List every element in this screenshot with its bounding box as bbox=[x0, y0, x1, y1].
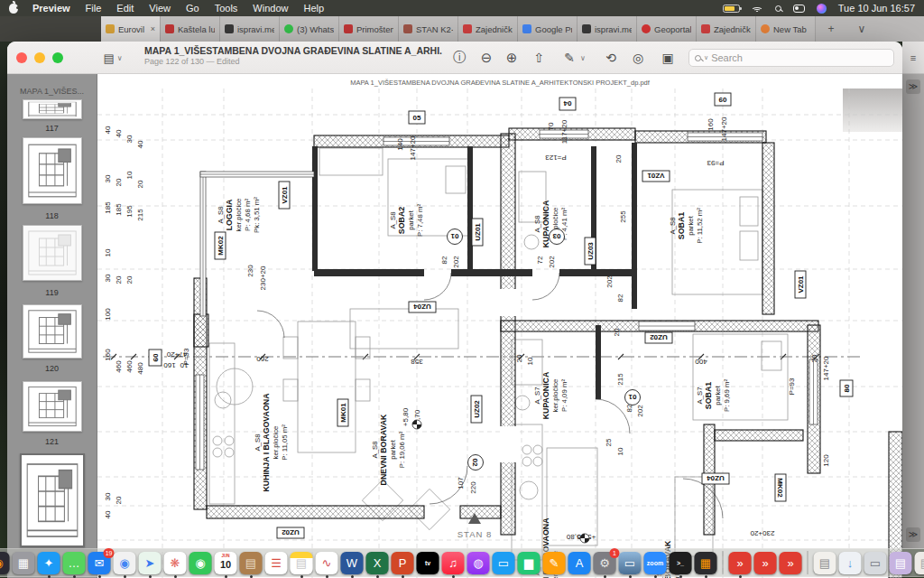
dock-folder-downloads-icon[interactable]: ↓ bbox=[839, 552, 862, 574]
browser-tab[interactable]: (3) Whats/ bbox=[280, 16, 339, 42]
dock-brown-app-icon[interactable]: ▤ bbox=[240, 552, 263, 574]
zoom-in-button[interactable]: ⊕ bbox=[502, 47, 522, 69]
highlight-button[interactable]: ◎ bbox=[628, 47, 648, 69]
markup-button[interactable]: ✎ bbox=[559, 47, 579, 69]
dock-mail-icon[interactable]: ✉19 bbox=[88, 552, 111, 574]
dimension-text: +5,80 bbox=[402, 407, 410, 426]
dock-apple-tv-icon[interactable]: tv bbox=[417, 552, 439, 574]
menu-preview[interactable]: Preview bbox=[32, 3, 70, 14]
menu-edit[interactable]: Edit bbox=[116, 3, 134, 14]
apple-menu-icon[interactable] bbox=[9, 4, 18, 14]
dock-launchpad-icon[interactable]: ▦ bbox=[13, 552, 35, 574]
control-center-icon[interactable] bbox=[793, 5, 805, 13]
close-window-button[interactable] bbox=[16, 52, 27, 63]
page-thumbnail-118[interactable] bbox=[23, 137, 82, 204]
rotate-button[interactable]: ⟲ bbox=[601, 47, 621, 69]
battery-icon[interactable] bbox=[723, 5, 740, 13]
dock-red-arrow-app-3-icon[interactable]: » bbox=[780, 552, 802, 574]
siri-icon[interactable] bbox=[817, 4, 827, 14]
dock-excel-icon[interactable]: X bbox=[366, 552, 389, 574]
menu-view[interactable]: View bbox=[149, 3, 171, 14]
open-indicator-dot bbox=[250, 575, 253, 578]
dock-chrome-icon[interactable]: ◉ bbox=[114, 552, 136, 574]
menu-go[interactable]: Go bbox=[186, 3, 199, 14]
tag-text: UZ04 bbox=[707, 474, 725, 482]
page-thumbnail-122[interactable] bbox=[20, 453, 85, 547]
menu-help[interactable]: Help bbox=[303, 3, 324, 14]
sidebar-toggle-button[interactable]: ▤∨ bbox=[99, 47, 126, 69]
form-fill-button[interactable]: ▣ bbox=[657, 47, 679, 69]
dock-desktop-preview-icon[interactable]: ▭ bbox=[619, 552, 642, 574]
dock-zoom-icon[interactable]: zoom bbox=[644, 552, 667, 574]
dock-calendar-icon[interactable]: JUN10 bbox=[215, 552, 237, 574]
browser-tab[interactable]: Google Pr bbox=[518, 16, 578, 42]
browser-tab[interactable]: Zajednički bbox=[458, 16, 518, 42]
menu-file[interactable]: File bbox=[86, 3, 102, 14]
dock-messages-icon[interactable]: … bbox=[63, 552, 86, 574]
dock-red-arrow-app-2-icon[interactable]: » bbox=[754, 552, 777, 574]
minimize-window-button[interactable] bbox=[34, 52, 45, 63]
dock-word-icon[interactable]: W bbox=[341, 552, 364, 574]
open-indicator-dot bbox=[124, 575, 126, 578]
dock-powerpoint-icon[interactable]: P bbox=[392, 552, 414, 574]
page-thumbnail-117[interactable] bbox=[23, 99, 82, 119]
hamburger-icon[interactable]: ≡ bbox=[902, 42, 924, 74]
browser-tab[interactable]: Primošten bbox=[339, 16, 399, 42]
dimension-text: 230+20 bbox=[259, 266, 267, 290]
dock-music-icon[interactable]: ♫ bbox=[442, 552, 465, 574]
dock-red-arrow-app-1-icon[interactable]: » bbox=[729, 552, 752, 574]
page-thumbnail-121[interactable] bbox=[23, 381, 82, 432]
dock-podcasts-icon[interactable]: ◍ bbox=[467, 552, 490, 574]
search-input[interactable]: ∨ Search bbox=[688, 49, 894, 67]
markup-chevron-icon[interactable]: ∨ bbox=[578, 47, 588, 69]
dock-calculator-icon[interactable]: ▦ bbox=[695, 552, 717, 574]
tab-overflow-button[interactable]: ∨ bbox=[846, 16, 877, 42]
dock-photos-icon[interactable]: ❋ bbox=[164, 552, 187, 574]
dock-app-store-icon[interactable]: A bbox=[568, 552, 591, 574]
dock-printer-doc-icon[interactable]: ▤ bbox=[814, 552, 836, 574]
browser-tab[interactable]: ispravi.me bbox=[578, 16, 637, 42]
page-thumbnail-119[interactable] bbox=[23, 225, 82, 281]
menu-window[interactable]: Window bbox=[253, 3, 288, 14]
dock-safari-icon[interactable]: ✦ bbox=[38, 552, 60, 574]
element-tag-uz04: UZ04 bbox=[702, 473, 729, 484]
zoom-out-button[interactable]: ⊖ bbox=[476, 47, 496, 69]
dock-purple-stack-icon[interactable]: ▤ bbox=[890, 552, 912, 574]
dock-facetime-icon[interactable]: ◉ bbox=[189, 552, 212, 574]
browser-tab[interactable]: New Tab bbox=[756, 16, 816, 42]
dock-settings-icon[interactable]: ⚙1 bbox=[594, 552, 616, 574]
furniture-outline bbox=[515, 396, 530, 410]
search-icon[interactable] bbox=[775, 5, 781, 12]
browser-tab[interactable]: Geoportal bbox=[637, 16, 697, 42]
dock-stocks-chart-icon[interactable]: ∿ bbox=[316, 552, 338, 574]
tab-close-icon[interactable]: × bbox=[151, 24, 155, 33]
dock-file-stack-icon[interactable]: ▤ bbox=[915, 552, 924, 574]
browser-tab[interactable]: Kaštela lu bbox=[161, 16, 220, 42]
furniture-outline bbox=[298, 322, 356, 452]
dock-numbers-icon[interactable]: ▆ bbox=[518, 552, 541, 574]
dock-firefox-icon[interactable]: ◉ bbox=[0, 552, 10, 574]
menu-tools[interactable]: Tools bbox=[215, 3, 238, 14]
floor-plan-page[interactable]: A_S8LOGGIAker.pločiceP: 4,68 m²Pk: 3,51 … bbox=[97, 89, 902, 578]
zoom-window-button[interactable] bbox=[52, 52, 63, 63]
dock-maps-icon[interactable]: ➤ bbox=[139, 552, 162, 574]
info-button[interactable]: ⓘ bbox=[449, 47, 469, 69]
dock-terminal-icon[interactable]: >_ bbox=[670, 552, 692, 574]
dock-pages-icon[interactable]: ✎ bbox=[543, 552, 566, 574]
dock-reminders-icon[interactable]: ☰ bbox=[265, 552, 288, 574]
share-button[interactable]: ⇧ bbox=[529, 47, 549, 69]
tag-text: UZ04 bbox=[413, 303, 431, 311]
browser-tab[interactable]: Eurovil× bbox=[101, 16, 161, 42]
dock-keynote-icon[interactable]: ▭ bbox=[493, 552, 515, 574]
page-thumbnail-120[interactable] bbox=[23, 304, 82, 359]
browser-tab[interactable]: STAN K2- bbox=[399, 16, 458, 42]
expand-chevrons-icon-bottom[interactable]: ≫ bbox=[906, 527, 920, 542]
expand-chevrons-icon-top[interactable]: ≫ bbox=[906, 79, 920, 94]
furniture-outline bbox=[319, 148, 383, 175]
new-tab-button[interactable]: + bbox=[816, 16, 846, 42]
browser-tab[interactable]: ispravi.me bbox=[220, 16, 280, 42]
wifi-icon[interactable] bbox=[752, 4, 763, 13]
dock-notes-icon[interactable]: ▤ bbox=[291, 552, 313, 574]
dock-window-stack-icon[interactable]: ▭ bbox=[864, 552, 887, 574]
browser-tab[interactable]: Zajednički bbox=[697, 16, 756, 42]
